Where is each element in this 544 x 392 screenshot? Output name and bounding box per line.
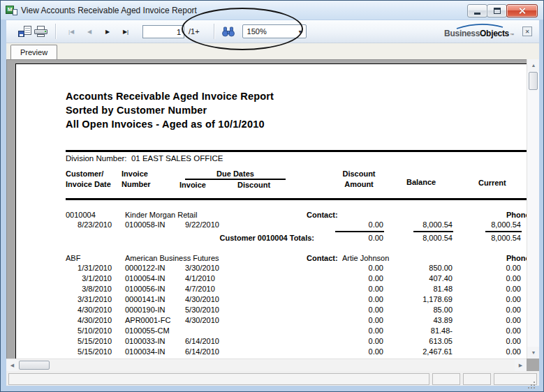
invoice-date: 5/15/2010 bbox=[16, 347, 112, 356]
totals-rule bbox=[413, 231, 453, 232]
contact-label: Contact: bbox=[307, 211, 338, 219]
logo-text-business: Business bbox=[444, 29, 480, 38]
toolbar: |◀ ◀ ▶ ▶| /1+ 150% ▼ bbox=[6, 20, 539, 43]
tab-preview[interactable]: Preview bbox=[10, 45, 57, 59]
previous-page-button[interactable]: ◀ bbox=[82, 24, 96, 38]
window-controls bbox=[468, 4, 538, 17]
invoice-date: 8/23/2010 bbox=[16, 220, 112, 229]
scroll-left-button[interactable]: ◀ bbox=[6, 359, 18, 371]
last-page-button[interactable]: ▶| bbox=[119, 24, 133, 38]
maximize-icon bbox=[494, 8, 501, 14]
chevron-down-icon: ▼ bbox=[295, 29, 306, 34]
toolbar-separator bbox=[214, 24, 214, 39]
invoice-number: 0000141-IN bbox=[125, 295, 166, 303]
division-row: Division Number: 01 EAST SALES OFFICE bbox=[66, 154, 223, 163]
invoice-row: 3/8/2010 0100056-IN 4/7/2010 0.00 81.48 … bbox=[16, 285, 527, 294]
division-label: Division Number: bbox=[66, 154, 127, 163]
page-number-input[interactable] bbox=[142, 25, 184, 38]
report-viewer-window: M View Accounts Receivable Aged Invoice … bbox=[0, 0, 544, 392]
page-number-box bbox=[142, 25, 184, 38]
horizontal-scroll-thumb[interactable] bbox=[19, 361, 50, 370]
titlebar: M View Accounts Receivable Aged Invoice … bbox=[1, 1, 543, 20]
invoice-date: 3/31/2010 bbox=[16, 295, 112, 303]
invoice-date: 5/10/2010 bbox=[16, 326, 112, 335]
col-header-balance: Balance bbox=[406, 178, 436, 186]
customer-number: 0010004 bbox=[66, 211, 96, 219]
scroll-up-button[interactable]: ▲ bbox=[527, 59, 539, 71]
due-date: 6/14/2010 bbox=[185, 337, 219, 345]
first-page-button[interactable]: |◀ bbox=[64, 24, 78, 38]
due-date: 4/30/2010 bbox=[185, 295, 219, 303]
due-date: 4/7/2010 bbox=[185, 285, 215, 293]
minimize-icon bbox=[474, 13, 480, 15]
zoom-value: 150% bbox=[243, 27, 295, 36]
export-icon bbox=[18, 26, 31, 37]
resize-grip[interactable] bbox=[534, 382, 535, 383]
vertical-scrollbar[interactable]: ▲ ▼ bbox=[527, 59, 539, 359]
horizontal-scrollbar[interactable]: ◀ ▶ bbox=[6, 359, 527, 371]
close-icon bbox=[518, 7, 526, 15]
due-dates-underline bbox=[185, 179, 286, 180]
report-title-line: All Open Invoices - Aged as of 10/1/2010 bbox=[66, 117, 274, 131]
invoice-row: 4/30/2010 0000190-IN 5/30/2010 0.00 85.0… bbox=[16, 306, 527, 315]
app-icon: M bbox=[6, 5, 17, 15]
close-preview-button[interactable]: ✕ bbox=[522, 27, 532, 36]
col-header-customer-2: Invoice Date bbox=[66, 180, 111, 188]
current-amount: 0.00 bbox=[430, 337, 521, 345]
current-amount: 0.00 bbox=[430, 285, 521, 293]
invoice-number: 0100058-IN bbox=[125, 220, 166, 229]
search-button[interactable] bbox=[220, 23, 237, 40]
current-amount: 8,000.54 bbox=[430, 220, 521, 229]
contact-name: Artie Johnson bbox=[342, 254, 389, 262]
invoice-number: 0100054-IN bbox=[125, 274, 166, 282]
due-date: 9/22/2010 bbox=[185, 220, 219, 229]
businessobjects-logo: BusinessObjects™ bbox=[444, 24, 514, 38]
status-pane bbox=[463, 373, 491, 385]
col-header-customer-1: Customer/ bbox=[66, 169, 103, 178]
current-amount: 0.00 bbox=[430, 326, 521, 335]
phone-label: Phone bbox=[506, 254, 527, 262]
print-button[interactable] bbox=[33, 23, 50, 40]
zoom-select[interactable]: 150% ▼ bbox=[242, 24, 307, 38]
next-page-button[interactable]: ▶ bbox=[101, 24, 115, 38]
maximize-button[interactable] bbox=[487, 4, 507, 17]
status-bar bbox=[6, 372, 539, 386]
scroll-down-button[interactable]: ▼ bbox=[527, 347, 539, 359]
preview-area: Accounts Receivable Aged Invoice Report … bbox=[6, 59, 539, 371]
due-date: 6/14/2010 bbox=[185, 347, 219, 356]
invoice-date: 5/15/2010 bbox=[16, 337, 112, 345]
invoice-row: 1/31/2010 0000122-IN 3/30/2010 0.00 850.… bbox=[16, 264, 527, 273]
scroll-right-button[interactable]: ▶ bbox=[515, 359, 527, 371]
totals-rule bbox=[485, 231, 522, 232]
customer-name: Kinder Morgan Retail bbox=[125, 211, 197, 219]
logo-text-objects: Objects bbox=[480, 29, 509, 38]
print-icon bbox=[34, 26, 48, 37]
close-button[interactable] bbox=[506, 4, 538, 17]
binoculars-icon bbox=[221, 27, 235, 37]
totals-rule bbox=[335, 231, 384, 232]
export-button[interactable] bbox=[16, 23, 33, 40]
col-header-due-discount: Discount bbox=[237, 181, 270, 189]
customer-group-header: ABF American Business Futures Contact: A… bbox=[16, 254, 527, 264]
customer-number: ABF bbox=[66, 254, 80, 262]
customer-name: American Business Futures bbox=[125, 254, 219, 262]
invoice-number: 0100055-CM bbox=[125, 326, 170, 335]
vertical-scroll-thumb[interactable] bbox=[529, 72, 538, 90]
due-date: 5/30/2010 bbox=[185, 306, 219, 314]
rule-heavy bbox=[66, 198, 527, 200]
invoice-row: 8/23/2010 0100058-IN 9/22/2010 0.00 8,00… bbox=[16, 220, 527, 230]
report-title-line: Sorted by Customer Number bbox=[66, 103, 274, 117]
invoice-row: 5/15/2010 0100033-IN 6/14/2010 0.00 613.… bbox=[16, 337, 527, 347]
due-date: 3/30/2010 bbox=[185, 264, 219, 272]
col-header-due-dates: Due Dates bbox=[185, 169, 286, 178]
current-amount: 0.00 bbox=[430, 316, 521, 324]
col-header-discount-2: Amount bbox=[331, 180, 387, 188]
invoice-row: 5/10/2010 0100055-CM 0.00 81.48- 0.00 bbox=[16, 326, 527, 336]
tab-strip: Preview bbox=[6, 43, 539, 59]
minimize-button[interactable] bbox=[467, 4, 487, 17]
status-pane bbox=[494, 373, 537, 385]
col-header-invoice-2: Number bbox=[122, 180, 151, 188]
due-date: 4/1/2010 bbox=[185, 274, 215, 282]
page-navigation: |◀ ◀ ▶ ▶| bbox=[64, 24, 133, 38]
invoice-row: 3/1/2010 0100054-IN 4/1/2010 0.00 407.40… bbox=[16, 274, 527, 284]
